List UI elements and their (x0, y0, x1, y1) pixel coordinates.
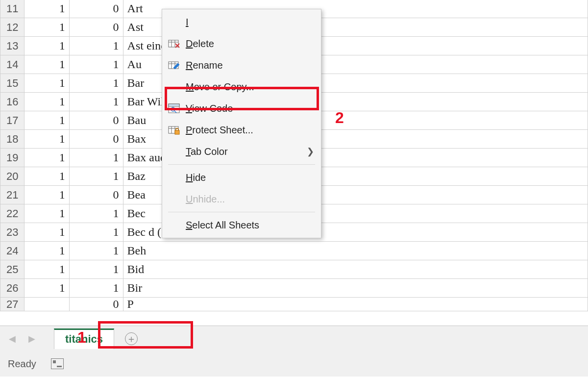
cell[interactable]: 1 (69, 242, 123, 260)
cell[interactable]: 0 (69, 0, 123, 18)
cell[interactable]: 1 (69, 93, 123, 111)
cell[interactable]: 1 (24, 279, 69, 298)
row-header[interactable]: 13 (0, 37, 24, 55)
row-header[interactable]: 23 (0, 223, 24, 242)
cell[interactable]: 1 (69, 167, 123, 186)
cell[interactable]: 1 (69, 74, 123, 93)
menu-label: I (186, 17, 314, 28)
menu-separator (168, 164, 315, 165)
row-header[interactable]: 21 (0, 186, 24, 204)
row-header[interactable]: 20 (0, 167, 24, 186)
cell[interactable]: 1 (24, 74, 69, 93)
cell[interactable]: 1 (24, 55, 69, 74)
annotation-label-1: 1 (77, 328, 86, 347)
menu-insert[interactable]: I (162, 11, 321, 33)
cell[interactable]: 0 (69, 111, 123, 130)
delete-sheet-icon (168, 37, 186, 50)
cell[interactable]: Bir (123, 279, 588, 298)
cell[interactable]: 1 (69, 204, 123, 223)
menu-hide[interactable]: Hide (162, 167, 321, 188)
cell[interactable]: 1 (69, 55, 123, 74)
view-code-icon (168, 102, 186, 115)
cell[interactable]: 1 (24, 37, 69, 55)
blank-icon (168, 193, 186, 205)
menu-view-code[interactable]: View Code (162, 98, 321, 119)
cell[interactable]: 0 (69, 130, 123, 149)
menu-label: Move or Copy... (186, 81, 314, 93)
row-header[interactable]: 27 (0, 298, 24, 311)
row-header[interactable]: 19 (0, 149, 24, 167)
menu-label: Select All Sheets (186, 220, 314, 231)
row-header[interactable]: 17 (0, 111, 24, 130)
blank-icon (168, 171, 186, 184)
row-header[interactable]: 15 (0, 74, 24, 93)
cell[interactable]: 1 (24, 130, 69, 149)
cell[interactable]: 1 (69, 223, 123, 242)
cell[interactable]: 1 (24, 204, 69, 223)
cell[interactable] (24, 298, 69, 311)
status-bar: Ready (0, 351, 588, 377)
svg-rect-18 (175, 130, 179, 134)
cell[interactable]: 1 (24, 111, 69, 130)
cell[interactable]: Beh (123, 242, 588, 260)
cell[interactable]: 0 (69, 298, 123, 311)
menu-select-all-sheets[interactable]: Select All Sheets (162, 214, 321, 236)
menu-move-or-copy[interactable]: Move or Copy... (162, 76, 321, 98)
menu-tab-color[interactable]: Tab Color ❯ (162, 141, 321, 162)
protect-sheet-icon (168, 124, 186, 136)
cell[interactable]: 1 (24, 93, 69, 111)
cell[interactable]: 1 (24, 223, 69, 242)
row-header[interactable]: 25 (0, 260, 24, 279)
row-header[interactable]: 14 (0, 55, 24, 74)
cell[interactable]: Bid (123, 260, 588, 279)
cell[interactable]: 1 (69, 149, 123, 167)
row-header[interactable]: 24 (0, 242, 24, 260)
cell[interactable]: 0 (69, 18, 123, 37)
menu-label: View Code (186, 103, 314, 114)
blank-icon (168, 80, 186, 93)
cell[interactable]: 1 (24, 260, 69, 279)
cell[interactable]: 1 (69, 279, 123, 298)
row-header[interactable]: 12 (0, 18, 24, 37)
cell[interactable]: 1 (24, 149, 69, 167)
sheet-tab-bar: ◀ ▶ titanics ＋ (0, 326, 588, 351)
row-header[interactable]: 26 (0, 279, 24, 298)
cell[interactable]: 1 (24, 242, 69, 260)
row-header[interactable]: 16 (0, 93, 24, 111)
chevron-left-icon[interactable]: ◀ (9, 333, 16, 344)
new-sheet-button[interactable]: ＋ (125, 332, 138, 345)
menu-rename[interactable]: Rename (162, 54, 321, 76)
menu-label: Unhide... (186, 194, 314, 205)
chevron-right-icon[interactable]: ▶ (28, 333, 35, 344)
menu-protect-sheet[interactable]: Protect Sheet... (162, 119, 321, 141)
macro-record-icon[interactable] (51, 358, 64, 369)
menu-label: Rename (186, 60, 314, 71)
row-header[interactable]: 18 (0, 130, 24, 149)
blank-icon (168, 16, 186, 28)
blank-icon (168, 219, 186, 231)
menu-unhide: Unhide... (162, 188, 321, 210)
plus-icon: ＋ (126, 334, 136, 344)
menu-label: Delete (186, 38, 314, 50)
status-ready: Ready (8, 358, 36, 370)
row-header[interactable]: 22 (0, 204, 24, 223)
cell[interactable]: P (123, 298, 588, 311)
menu-label: Protect Sheet... (186, 125, 314, 136)
row-header[interactable]: 11 (0, 0, 24, 18)
tab-nav-arrows[interactable]: ◀ ▶ (0, 333, 44, 344)
cell[interactable]: 1 (69, 260, 123, 279)
menu-label: Hide (186, 172, 314, 183)
cell[interactable]: 1 (24, 167, 69, 186)
submenu-arrow-icon: ❯ (307, 146, 314, 157)
menu-separator (168, 212, 315, 212)
cell[interactable]: 1 (69, 37, 123, 55)
blank-icon (168, 145, 186, 158)
menu-label: Tab Color (186, 146, 307, 157)
cell[interactable]: 1 (24, 186, 69, 204)
cell[interactable]: 1 (24, 18, 69, 37)
rename-sheet-icon (168, 59, 186, 72)
cell[interactable]: 0 (69, 186, 123, 204)
menu-delete[interactable]: Delete (162, 33, 321, 54)
cell[interactable]: 1 (24, 0, 69, 18)
sheet-tab-context-menu: I Delete Rename Move or Copy... View Cod… (162, 9, 321, 238)
